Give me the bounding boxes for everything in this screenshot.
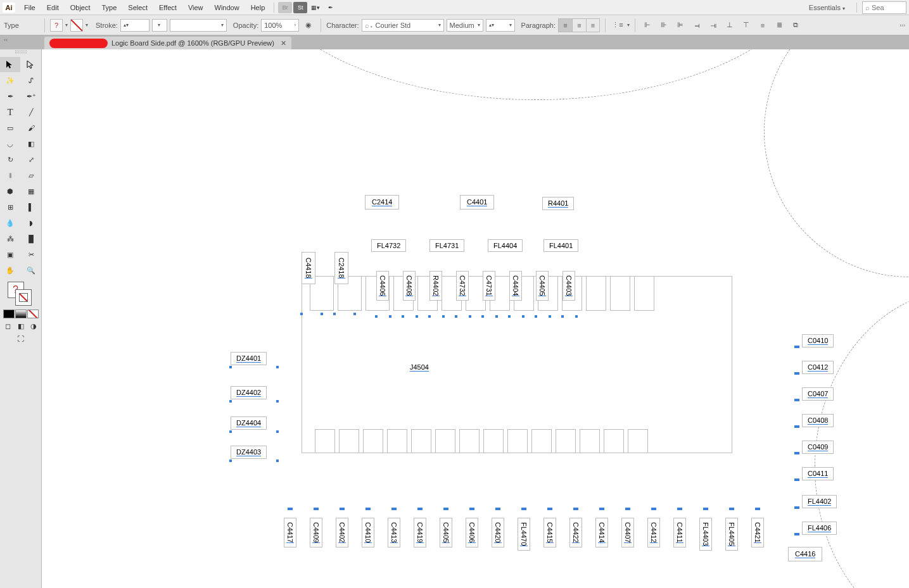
selection-handle[interactable] xyxy=(229,430,232,433)
shape-builder-tool[interactable]: ⬢ xyxy=(0,184,20,199)
rotate-tool[interactable]: ↻ xyxy=(0,152,20,167)
symbol-sprayer-tool[interactable]: ⁂ xyxy=(0,231,20,246)
selection-handle[interactable] xyxy=(229,460,232,462)
component-label[interactable]: C4419 xyxy=(414,518,426,547)
selection-handle[interactable] xyxy=(561,315,564,318)
component-label[interactable]: DZ4403 xyxy=(231,446,267,459)
selection-handle[interactable] xyxy=(394,508,397,510)
component-label[interactable]: C4414 xyxy=(595,518,608,547)
selection-handle[interactable] xyxy=(416,315,418,318)
component-label[interactable]: DZ4404 xyxy=(231,416,267,430)
component-label[interactable]: C4406 xyxy=(466,518,478,547)
lasso-tool[interactable]: ᔑ xyxy=(21,73,41,88)
font-family-dd[interactable]: ⌕▾Courier Std▾ xyxy=(362,19,444,32)
component-label[interactable]: C4416 xyxy=(788,547,822,561)
selection-handle[interactable] xyxy=(300,313,303,315)
component-label[interactable]: DZ4402 xyxy=(231,386,267,399)
fill-stroke-control[interactable]: ? xyxy=(8,282,34,307)
component-label[interactable]: C0408 xyxy=(802,414,834,427)
artboard-tool[interactable]: ▣ xyxy=(0,247,20,262)
selection-handle[interactable] xyxy=(446,508,448,510)
selection-handle[interactable] xyxy=(524,508,526,510)
align-obj-4[interactable]: ⫤ xyxy=(690,18,704,32)
menu-effect[interactable]: Effect xyxy=(154,2,182,13)
menu-object[interactable]: Object xyxy=(65,2,96,13)
selection-handle[interactable] xyxy=(495,315,498,318)
connector-outline[interactable]: J4504 xyxy=(302,276,732,453)
menu-view[interactable]: View xyxy=(183,2,208,13)
paintbrush-tool[interactable]: 🖌 xyxy=(21,120,41,135)
selection-handle[interactable] xyxy=(797,533,799,535)
align-left-button[interactable]: ≡ xyxy=(558,18,572,32)
expand-toggle[interactable]: ‹‹ xyxy=(4,37,8,43)
component-label[interactable]: C4420 xyxy=(492,518,504,547)
search-input[interactable] xyxy=(872,4,897,11)
component-label[interactable]: C0411 xyxy=(802,467,834,480)
direct-selection-tool[interactable] xyxy=(21,57,41,72)
list-icon[interactable]: ⋮≡ xyxy=(611,18,625,32)
component-label[interactable]: C4411 xyxy=(673,518,686,547)
selection-handle[interactable] xyxy=(535,315,537,318)
arrange-docs-icon[interactable]: ▦▾ xyxy=(308,2,322,13)
component-label[interactable]: C4408 xyxy=(403,271,416,301)
component-label[interactable]: C0412 xyxy=(802,361,834,374)
slice-tool[interactable]: ✂ xyxy=(21,247,41,262)
selection-handle[interactable] xyxy=(368,508,371,510)
align-obj-9[interactable]: ≣ xyxy=(772,18,786,32)
selection-handle[interactable] xyxy=(732,508,734,510)
component-label[interactable]: DZ4401 xyxy=(231,352,267,365)
font-size-dd[interactable]: ▴▾▾ xyxy=(486,19,515,32)
graph-tool[interactable]: ▐▌ xyxy=(21,231,41,246)
blend-tool[interactable]: ◗ xyxy=(21,215,41,230)
selection-handle[interactable] xyxy=(402,315,404,318)
align-obj-2[interactable]: ⊪ xyxy=(657,18,671,32)
align-center-button[interactable]: ≡ xyxy=(572,18,586,32)
selection-handle[interactable] xyxy=(375,315,378,318)
color-gradient[interactable] xyxy=(15,310,27,318)
type-tool[interactable]: T xyxy=(0,104,20,120)
component-label[interactable]: C4422 xyxy=(569,518,582,547)
menu-type[interactable]: Type xyxy=(97,2,122,13)
align-obj-3[interactable]: ⊫ xyxy=(673,18,687,32)
connector-ref[interactable]: J4504 xyxy=(410,346,429,378)
component-label[interactable]: C0407 xyxy=(802,387,834,401)
selection-handle[interactable] xyxy=(342,508,345,510)
selection-handle[interactable] xyxy=(469,315,471,318)
opacity-input[interactable]: 100%› xyxy=(261,19,299,32)
selection-handle[interactable] xyxy=(276,430,279,433)
component-label[interactable]: C4732 xyxy=(456,271,469,301)
selection-handle[interactable] xyxy=(442,315,445,318)
component-label[interactable]: C4413 xyxy=(388,518,400,547)
component-label[interactable]: C4410 xyxy=(362,518,374,547)
align-obj-1[interactable]: ⊩ xyxy=(640,18,654,32)
line-tool[interactable]: ╱ xyxy=(21,104,41,120)
component-label[interactable]: C4417 xyxy=(284,518,296,547)
selection-handle[interactable] xyxy=(316,508,319,510)
menu-help[interactable]: Help xyxy=(246,2,270,13)
magic-wand-tool[interactable]: ✨ xyxy=(0,73,20,88)
stock-icon[interactable]: St xyxy=(293,2,307,13)
eraser-tool[interactable]: ◧ xyxy=(21,136,41,151)
selection-handle[interactable] xyxy=(797,452,799,454)
component-label[interactable]: C4403 xyxy=(563,271,575,301)
gpu-icon[interactable]: ✒ xyxy=(324,2,338,13)
mesh-tool[interactable]: ⊞ xyxy=(0,199,20,215)
selection-handle[interactable] xyxy=(481,315,484,318)
draw-behind-icon[interactable]: ◧ xyxy=(16,321,26,331)
recolor-icon[interactable]: ◉ xyxy=(302,18,315,32)
stroke-box[interactable] xyxy=(15,289,32,306)
perspective-tool[interactable]: ▦ xyxy=(21,184,41,199)
selection-handle[interactable] xyxy=(797,346,799,348)
selection-handle[interactable] xyxy=(498,508,500,510)
hand-tool[interactable]: ✋ xyxy=(0,263,20,278)
selection-handle[interactable] xyxy=(797,399,799,401)
component-label[interactable]: FL4403 xyxy=(699,518,712,551)
free-transform-tool[interactable]: ▱ xyxy=(21,168,41,183)
align-obj-8[interactable]: ≡ xyxy=(756,18,770,32)
selection-handle[interactable] xyxy=(229,366,232,368)
component-label[interactable]: C4421 xyxy=(751,518,764,547)
component-label[interactable]: C0409 xyxy=(802,441,834,454)
component-label[interactable]: C4731 xyxy=(483,271,495,301)
selection-handle[interactable] xyxy=(229,400,232,403)
component-label[interactable]: C4407 xyxy=(621,518,634,547)
